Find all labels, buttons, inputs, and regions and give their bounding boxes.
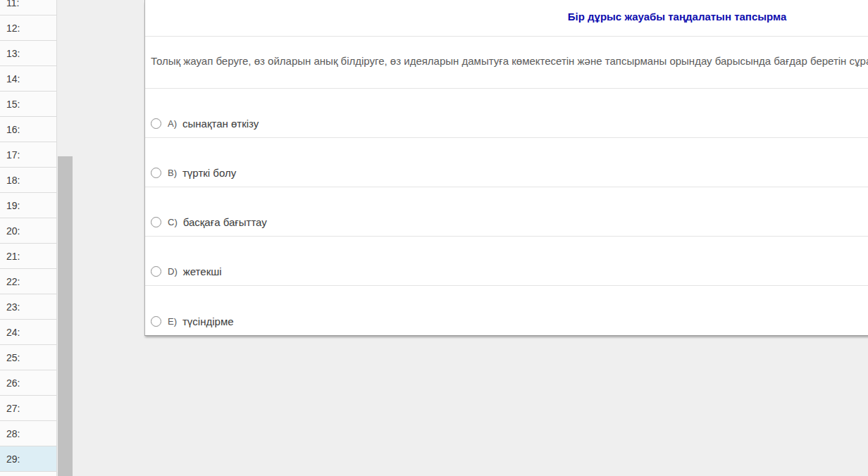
sidebar-item-label: 11: [6,0,19,8]
sidebar-item-label: 16: [6,124,20,135]
sidebar-scrollbar-thumb[interactable] [58,156,73,476]
sidebar-item-label: 14: [6,73,20,84]
sidebar-item-label: 12: [6,23,20,34]
sidebar-item-label: 13: [6,48,20,59]
sidebar-item-question-number[interactable]: 13: [0,41,56,66]
sidebar-item-question-number[interactable]: 26: [0,370,56,396]
sidebar-item-label: 19: [6,200,20,211]
sidebar-item-question-number[interactable]: 14: [0,66,56,92]
question-type-title: Бір дұрыс жауабы таңдалатын тапсырма [145,0,868,23]
option-letter: B) [168,168,177,178]
option-text: сынақтан өткізу [182,118,259,130]
sidebar-item-label: 22: [6,276,20,287]
answer-option-row[interactable]: D) жетекші [145,237,868,286]
sidebar-item-question-number[interactable]: 28: [0,421,56,446]
radio-button-icon[interactable] [151,118,161,129]
answer-option-row[interactable]: B) түрткі болу [145,138,868,187]
sidebar-item-question-number[interactable]: 22: [0,269,56,294]
question-text: Толық жауап беруге, өз ойларын анық білд… [145,37,868,68]
sidebar-item-question-number[interactable]: 23: [0,294,56,320]
sidebar-item-label: 27: [6,403,20,414]
sidebar-item-label: 25: [6,352,20,363]
sidebar-item-label: 17: [6,149,20,161]
sidebar-item-question-number[interactable]: 17: [0,142,56,168]
sidebar-item-question-number[interactable]: 24: [0,320,56,345]
sidebar-item-label: 29: [6,453,20,465]
sidebar-item-question-number[interactable]: 12: [0,15,56,41]
quiz-app: 11: 12: 13: 14: 15: 16: 17: 18: 19: 20: … [0,0,868,476]
option-text: түрткі болу [182,167,236,179]
sidebar-item-question-number[interactable]: 18: [0,168,56,193]
answer-option-row[interactable]: A) сынақтан өткізу [145,89,868,138]
option-text: жетекші [183,265,222,277]
option-text: басқаға бағыттау [183,216,267,228]
sidebar-item-label: 28: [6,428,20,439]
sidebar-item-label: 15: [6,99,20,110]
sidebar-item-question-number[interactable] [0,472,56,476]
answer-option-row[interactable]: C) басқаға бағыттау [145,187,868,237]
question-panel: Бір дұрыс жауабы таңдалатын тапсырма Тол… [144,0,868,336]
option-text: түсіндірме [182,315,234,327]
radio-button-icon[interactable] [151,316,161,327]
option-letter: C) [168,217,178,227]
sidebar-item-label: 20: [6,225,20,237]
option-letter: A) [168,118,177,129]
radio-button-icon[interactable] [151,168,161,178]
question-type-header: Бір дұрыс жауабы таңдалатын тапсырма [145,0,868,37]
sidebar-item-question-number[interactable]: 20: [0,218,56,244]
sidebar-item-question-number[interactable]: 11: [0,0,56,15]
sidebar-item-question-number[interactable]: 15: [0,92,56,117]
sidebar-item-question-number[interactable]: 21: [0,244,56,269]
sidebar-item-label: 26: [6,377,20,389]
sidebar-item-question-number[interactable]: 19: [0,193,56,218]
question-section: Толық жауап беруге, өз ойларын анық білд… [145,37,868,89]
sidebar-item-question-number[interactable]: 16: [0,117,56,142]
radio-button-icon[interactable] [151,266,161,277]
sidebar-scrollbar-track[interactable] [58,0,73,476]
option-letter: D) [168,266,178,277]
sidebar-item-label: 24: [6,327,20,338]
sidebar-item-question-number[interactable]: 29: [0,446,56,472]
sidebar-item-question-number[interactable]: 25: [0,345,56,370]
option-letter: E) [168,316,177,327]
answer-option-row[interactable]: E) түсіндірме [145,286,868,335]
sidebar-item-label: 18: [6,175,20,186]
sidebar-item-label: 23: [6,301,20,313]
sidebar-item-question-number[interactable]: 27: [0,396,56,421]
radio-button-icon[interactable] [151,217,161,227]
sidebar-item-label: 21: [6,251,20,262]
question-nav-sidebar: 11: 12: 13: 14: 15: 16: 17: 18: 19: 20: … [0,0,57,476]
